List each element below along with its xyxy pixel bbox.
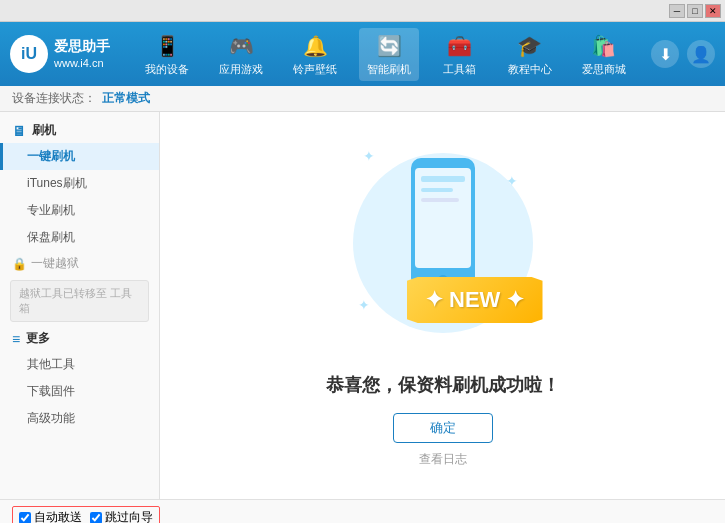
skip-wizard-checkbox[interactable]: 跳过向导 — [90, 509, 153, 523]
logo-area: iU 爱思助手 www.i4.cn — [10, 35, 110, 73]
smart-flash-icon: 🔄 — [375, 32, 403, 60]
tutorial-icon: 🎓 — [516, 32, 544, 60]
auto-send-checkbox[interactable]: 自动敢送 — [19, 509, 82, 523]
apps-games-icon: 🎮 — [227, 32, 255, 60]
sidebar-item-itunes-flash[interactable]: iTunes刷机 — [0, 170, 159, 197]
logo-icon: iU — [10, 35, 48, 73]
sparkle-1: ✦ — [363, 148, 375, 164]
download-btn[interactable]: ⬇ — [651, 40, 679, 68]
bottom-panel: 自动敢送 跳过向导 📱 iPhone 12 mini 64GB Down-12m… — [0, 499, 725, 523]
new-badge: ✦ NEW ✦ — [407, 277, 543, 323]
maximize-btn[interactable]: □ — [687, 4, 703, 18]
sidebar-section-more: ≡ 更多 — [0, 326, 159, 351]
my-device-icon: 📱 — [153, 32, 181, 60]
logo-text: 爱思助手 www.i4.cn — [54, 37, 110, 72]
nav-toolbox[interactable]: 🧰 工具箱 — [434, 28, 486, 81]
jailbreak-icon: 🔒 — [12, 257, 27, 271]
user-btn[interactable]: 👤 — [687, 40, 715, 68]
svg-rect-1 — [415, 168, 471, 268]
sidebar-item-other-tools[interactable]: 其他工具 — [0, 351, 159, 378]
sidebar-item-save-flash[interactable]: 保盘刷机 — [0, 224, 159, 251]
status-bar: 设备连接状态： 正常模式 — [0, 86, 725, 112]
toolbox-icon: 🧰 — [446, 32, 474, 60]
svg-rect-3 — [421, 176, 465, 182]
sidebar-section-flash: 🖥 刷机 — [0, 118, 159, 143]
success-message: 恭喜您，保资料刷机成功啦！ — [326, 373, 560, 397]
sidebar-item-pro-flash[interactable]: 专业刷机 — [0, 197, 159, 224]
sidebar-item-advanced[interactable]: 高级功能 — [0, 405, 159, 432]
svg-rect-5 — [421, 198, 459, 202]
nav-bar: 📱 我的设备 🎮 应用游戏 🔔 铃声壁纸 🔄 智能刷机 🧰 工具箱 🎓 教程中心… — [130, 28, 641, 81]
view-log-link[interactable]: 查看日志 — [419, 451, 467, 468]
bottom-left-panel: 自动敢送 跳过向导 📱 iPhone 12 mini 64GB Down-12m… — [12, 506, 713, 523]
nav-smart-flash[interactable]: 🔄 智能刷机 — [359, 28, 419, 81]
nav-apps-games[interactable]: 🎮 应用游戏 — [211, 28, 271, 81]
shop-icon: 🛍️ — [590, 32, 618, 60]
main-layout: 🖥 刷机 一键刷机 iTunes刷机 专业刷机 保盘刷机 🔒 一键越狱 越狱工具… — [0, 112, 725, 499]
more-section-icon: ≡ — [12, 331, 20, 347]
nav-my-device[interactable]: 📱 我的设备 — [137, 28, 197, 81]
sidebar: 🖥 刷机 一键刷机 iTunes刷机 专业刷机 保盘刷机 🔒 一键越狱 越狱工具… — [0, 112, 160, 499]
minimize-btn[interactable]: ─ — [669, 4, 685, 18]
sidebar-item-download-firmware[interactable]: 下载固件 — [0, 378, 159, 405]
phone-illustration: ✦ ✦ ✦ ✦ NEW ✦ — [353, 143, 533, 343]
svg-rect-4 — [421, 188, 453, 192]
sparkle-2: ✦ — [506, 173, 518, 189]
title-bar: ─ □ ✕ — [0, 0, 725, 22]
checkbox-group: 自动敢送 跳过向导 — [12, 506, 160, 523]
hero-illustration: ✦ ✦ ✦ ✦ NEW ✦ — [353, 143, 533, 353]
confirm-button[interactable]: 确定 — [393, 413, 493, 443]
content-area: ✦ ✦ ✦ ✦ NEW ✦ 恭喜您，保资料刷机成功啦！ 确定 查看日志 — [160, 112, 725, 499]
jailbreak-disabled-notice: 越狱工具已转移至 工具箱 — [10, 280, 149, 322]
ringtones-icon: 🔔 — [301, 32, 329, 60]
header-right: ⬇ 👤 — [651, 40, 715, 68]
sparkle-3: ✦ — [358, 297, 370, 313]
nav-shop[interactable]: 🛍️ 爱思商城 — [574, 28, 634, 81]
close-btn[interactable]: ✕ — [705, 4, 721, 18]
header: iU 爱思助手 www.i4.cn 📱 我的设备 🎮 应用游戏 🔔 铃声壁纸 🔄… — [0, 22, 725, 86]
nav-tutorial[interactable]: 🎓 教程中心 — [500, 28, 560, 81]
sidebar-section-jailbreak: 🔒 一键越狱 — [0, 251, 159, 276]
nav-ringtones[interactable]: 🔔 铃声壁纸 — [285, 28, 345, 81]
sidebar-item-one-click-flash[interactable]: 一键刷机 — [0, 143, 159, 170]
flash-section-icon: 🖥 — [12, 123, 26, 139]
